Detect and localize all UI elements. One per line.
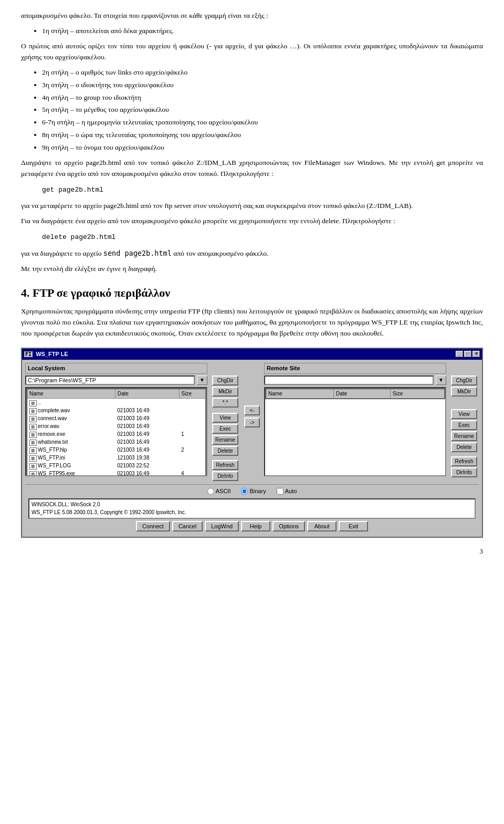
- local-file-name: 🖹complete.wav: [27, 406, 115, 414]
- exit-button[interactable]: Exit: [339, 521, 368, 531]
- main-content: απομακρυσμένο φάκελο. Τα στοιχεία που εμ…: [21, 11, 483, 557]
- binary-radio[interactable]: [241, 488, 248, 495]
- cancel-button[interactable]: Cancel: [172, 521, 203, 531]
- local-file-row[interactable]: 🖹connect.wav021003 16:49: [27, 414, 206, 422]
- column-list: 1η στήλη – αποτελείται από δέκα χαρακτήρ…: [42, 26, 483, 37]
- local-col-date: Date: [115, 389, 179, 399]
- remote-table-header: Name Date Size: [266, 389, 445, 399]
- local-file-name: 🖹whatsnew.txt: [27, 438, 115, 446]
- panels-container: Local System ▼ Name Date Size: [25, 363, 479, 481]
- remote-path-button[interactable]: ▼: [436, 376, 446, 385]
- about-button[interactable]: About: [307, 521, 337, 531]
- help-button[interactable]: Help: [241, 521, 270, 531]
- logwnd-button[interactable]: LogWnd: [205, 521, 239, 531]
- local-path-button[interactable]: ▼: [197, 376, 207, 385]
- close-button[interactable]: ✕: [472, 351, 480, 357]
- local-file-name: 🖹..: [27, 399, 115, 407]
- local-file-row[interactable]: 🖹remove.exe021003 16:491: [27, 430, 206, 438]
- refresh-left-button[interactable]: Refresh: [212, 460, 238, 470]
- status-line-1: WINSOCK.DLL: WinSock 2.0: [32, 500, 472, 509]
- file-icon: 🖹: [29, 408, 37, 414]
- bullet-item-1: 1η στήλη – αποτελείται από δέκα χαρακτήρ…: [42, 26, 483, 37]
- local-file-size: [179, 438, 206, 446]
- local-table-header: Name Date Size: [27, 389, 206, 399]
- local-file-date: 021003 16:49: [115, 414, 179, 422]
- local-file-row[interactable]: 🖹WS_FTP.LOG021003 22:52: [27, 462, 206, 470]
- exec-right-button[interactable]: Exec: [451, 420, 477, 430]
- remote-path-input[interactable]: [264, 376, 434, 385]
- ws-ftp-titlebar: FI WS_FTP LE _ □ ✕: [22, 349, 482, 360]
- local-file-date: 121003 19:38: [115, 454, 179, 462]
- para-1: Ο πρώτος από αυτούς ορίζει τον τύπο του …: [21, 41, 483, 63]
- bullet-item-2: 2η στήλη – ο αριθμός των links στο αρχεί…: [42, 67, 483, 78]
- binary-option[interactable]: Binary: [241, 487, 266, 496]
- auto-checkbox[interactable]: [277, 488, 284, 495]
- ws-ftp-bottom: ASCII Binary Auto WINSOCK.DLL: WinSock 2…: [25, 484, 479, 534]
- para-5-text: για να διαγράψετε το αρχείο: [21, 249, 103, 257]
- arrow-left-button[interactable]: <-: [244, 405, 259, 415]
- remote-col-name: Name: [266, 389, 334, 399]
- file-icon: 🖹: [29, 440, 37, 446]
- chgdir-left-button[interactable]: ChgDir: [212, 376, 238, 385]
- local-file-table: Name Date Size 🖹..🖹complete.wav021003 16…: [26, 388, 206, 476]
- bottom-buttons-row: Connect Cancel LogWnd Help Options About…: [28, 521, 476, 531]
- bullet-item-7: 8η στήλη – ο ώρα της τελευταίας τροποποί…: [42, 130, 483, 141]
- remote-file-list[interactable]: Name Date Size: [264, 387, 446, 476]
- ascii-radio[interactable]: [207, 488, 214, 495]
- file-icon: 🖹: [29, 447, 37, 454]
- refresh-right-button[interactable]: Refresh: [451, 456, 477, 466]
- para-5: για να διαγράψετε το αρχείο send page2b.…: [21, 248, 483, 259]
- local-file-row[interactable]: 🖹complete.wav021003 16:49: [27, 406, 206, 414]
- local-system-label: Local System: [25, 363, 207, 374]
- filter-button[interactable]: *.*: [212, 398, 238, 408]
- local-file-date: 021003 16:49: [115, 446, 179, 454]
- local-file-row[interactable]: 🖹whatsnew.txt021003 16:49: [27, 438, 206, 446]
- connect-button[interactable]: Connect: [136, 521, 170, 531]
- ascii-option[interactable]: ASCII: [207, 487, 231, 496]
- dirinfo-right-button[interactable]: DirInfo: [451, 467, 477, 477]
- dirinfo-left-button[interactable]: DirInfo: [212, 471, 238, 481]
- rename-right-button[interactable]: Rename: [451, 431, 477, 441]
- minimize-button[interactable]: _: [456, 351, 463, 357]
- file-icon: 🖹: [29, 424, 37, 430]
- local-file-date: 021003 16:49: [115, 406, 179, 414]
- local-file-date: 021003 16:49: [115, 438, 179, 446]
- local-file-size: 1: [179, 430, 206, 438]
- maximize-button[interactable]: □: [464, 351, 471, 357]
- local-file-date: 021003 16:49: [115, 470, 179, 476]
- local-file-row[interactable]: 🖹error.wav021003 16:49: [27, 422, 206, 430]
- options-button[interactable]: Options: [272, 521, 305, 531]
- view-right-button[interactable]: View: [451, 409, 477, 419]
- local-file-row[interactable]: 🖹WS_FTP.hlp021003 16:492: [27, 446, 206, 454]
- para-3: για να μεταφέρετε το αρχείο page2b.html …: [21, 201, 483, 212]
- remote-path-row: ▼: [264, 376, 446, 385]
- transfer-mode-row: ASCII Binary Auto: [28, 487, 476, 496]
- mkdir-right-button[interactable]: MkDir: [451, 387, 477, 397]
- local-file-size: 4: [179, 470, 206, 476]
- local-path-row: ▼: [25, 376, 207, 385]
- mkdir-left-button[interactable]: MkDir: [212, 387, 238, 397]
- rename-left-button[interactable]: Rename: [212, 435, 238, 445]
- middle-buttons-container: ChgDir MkDir *.* View Exec Rename Delete…: [211, 363, 240, 481]
- ws-ftp-window: FI WS_FTP LE _ □ ✕ Local System ▼: [21, 348, 483, 538]
- local-file-row[interactable]: 🖹..: [27, 399, 206, 407]
- status-bar: WINSOCK.DLL: WinSock 2.0 WS_FTP LE 5.08 …: [28, 498, 476, 519]
- delete-left-button[interactable]: Delete: [212, 446, 238, 456]
- local-file-row[interactable]: 🖹WS_FTP95.exe021003 16:494: [27, 470, 206, 476]
- local-file-name: 🖹WS_FTP95.exe: [27, 470, 115, 476]
- local-file-list[interactable]: Name Date Size 🖹..🖹complete.wav021003 16…: [25, 387, 207, 476]
- view-left-button[interactable]: View: [212, 413, 238, 423]
- local-file-size: [179, 414, 206, 422]
- delete-right-button[interactable]: Delete: [451, 442, 477, 452]
- local-file-row[interactable]: 🖹WS_FTP.ini121003 19:38: [27, 454, 206, 462]
- remote-site-label: Remote Site: [264, 363, 446, 374]
- local-col-name: Name: [27, 389, 115, 399]
- arrow-right-button[interactable]: ->: [244, 418, 259, 427]
- auto-option[interactable]: Auto: [277, 487, 297, 496]
- file-icon: 🖹: [29, 463, 37, 470]
- chgdir-right-button[interactable]: ChgDir: [451, 376, 477, 385]
- exec-left-button[interactable]: Exec: [212, 424, 238, 434]
- arrow-buttons: <- ->: [243, 363, 261, 481]
- local-path-input[interactable]: [25, 376, 195, 385]
- local-file-size: [179, 399, 206, 407]
